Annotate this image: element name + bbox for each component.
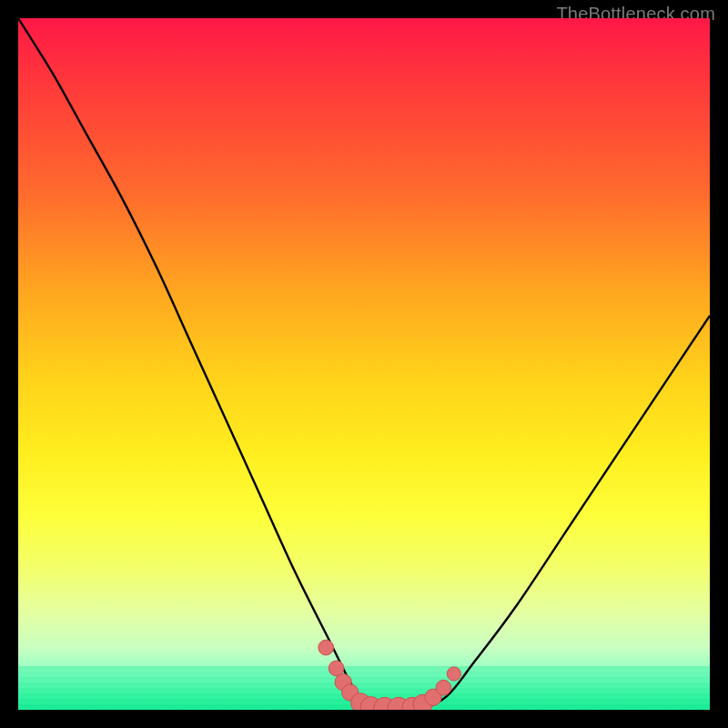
curve-marker [425, 689, 441, 705]
bottleneck-curve [18, 18, 710, 710]
curve-marker [329, 661, 344, 676]
curve-marker [342, 684, 359, 701]
curve-marker [413, 694, 432, 710]
curve-marker [447, 667, 460, 681]
curve-marker [374, 697, 396, 710]
curve-marker [318, 640, 334, 655]
curve-marker [436, 680, 451, 695]
curve-marker [335, 673, 351, 690]
plot-area [18, 18, 710, 710]
baseline-stripes [18, 666, 710, 710]
curve-marker [360, 697, 381, 710]
chart-stage: TheBottleneck.com [0, 0, 728, 728]
marker-layer [318, 640, 461, 710]
curve-marker [402, 697, 423, 710]
chart-svg [18, 18, 710, 710]
curve-marker [351, 693, 370, 710]
curve-marker [388, 697, 410, 710]
